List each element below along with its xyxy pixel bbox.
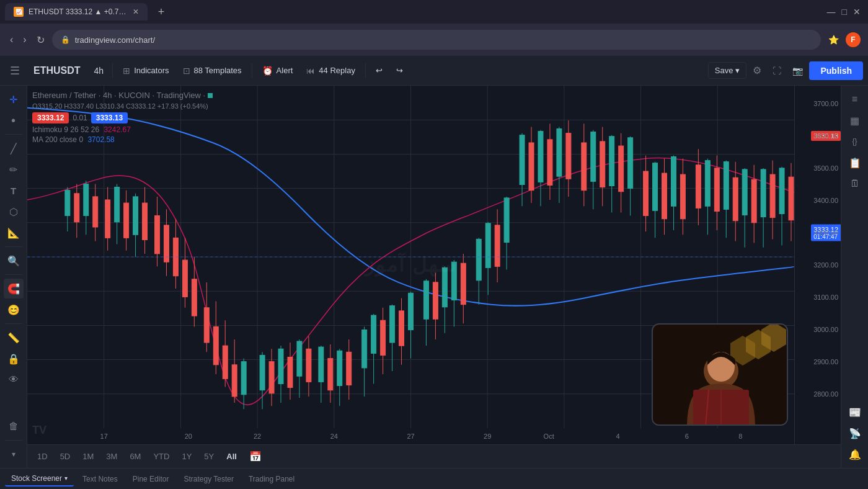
alert-btn[interactable]: ⏰ Alert (256, 63, 299, 79)
interval-selector[interactable]: 4h (89, 63, 109, 78)
ohlc-display: O3315.20 H3337.40 L3310.34 C3333.12 +17.… (32, 102, 213, 110)
emoji-tool[interactable]: 😊 (4, 300, 24, 320)
strategy-tester-tab[interactable]: Strategy Tester (177, 472, 239, 486)
redo-btn[interactable]: ↪ (390, 63, 409, 78)
layout-btn[interactable]: ▦ (845, 110, 865, 130)
new-tab-button[interactable]: + (153, 3, 170, 20)
time-1y[interactable]: 1Y (177, 449, 197, 464)
alert-icon: ⏰ (262, 66, 273, 76)
svg-rect-87 (409, 293, 414, 330)
browser-tab[interactable]: 📈 ETHUSDT 3333.12 ▲ +0.75% ✕ (5, 3, 148, 20)
price-2900: 2900.00 (813, 358, 838, 366)
ichimoku-label: Ichimoku 9 26 52 26 (32, 125, 99, 134)
ma-indicator: MA 200 close 0 3702.58 (32, 135, 213, 144)
text-notes-tab[interactable]: Text Notes (76, 472, 124, 486)
alerts-btn[interactable]: 🔔 (845, 444, 865, 464)
favicon-text: 📈 (16, 9, 22, 15)
svg-rect-103 (495, 225, 500, 266)
time-ytd[interactable]: YTD (148, 449, 174, 464)
svg-rect-133 (653, 163, 658, 211)
svg-rect-145 (714, 168, 719, 212)
measure-tool[interactable]: 📐 (4, 223, 24, 243)
trash-tool[interactable]: 🗑 (4, 416, 24, 436)
browser-actions: ⭐ F (826, 32, 861, 47)
svg-rect-85 (399, 311, 404, 346)
back-button[interactable]: ‹ (7, 32, 16, 48)
price-3200: 3200.00 (813, 261, 838, 269)
date-label-24: 24 (330, 433, 338, 440)
forward-button[interactable]: › (20, 32, 29, 48)
price-3700: 3700.00 (813, 100, 838, 107)
date-label-29: 29 (484, 433, 491, 440)
webcam-overlay (652, 323, 788, 426)
address-bar[interactable]: 🔒 tradingview.com/chart/ (52, 30, 821, 50)
undo-btn[interactable]: ↩ (370, 63, 389, 78)
price-3100: 3100.00 (813, 294, 838, 301)
time-1d[interactable]: 1D (32, 449, 53, 464)
svg-rect-109 (529, 143, 534, 191)
save-btn[interactable]: Save ▾ (708, 62, 747, 79)
trend-line-tool[interactable]: ╱ (4, 138, 24, 158)
patterns-tool[interactable]: ⬡ (4, 202, 24, 222)
crosshair-tool[interactable]: ✛ (4, 89, 24, 109)
ruler-tool[interactable]: 📏 (4, 328, 24, 348)
svg-rect-37 (155, 216, 160, 254)
signals-btn[interactable]: 📡 (845, 423, 865, 443)
time-all[interactable]: All (221, 449, 242, 464)
window-maximize-btn[interactable]: □ (842, 7, 847, 17)
templates-btn[interactable]: ⊡ 88 Templates (177, 63, 248, 79)
chart-settings-btn[interactable]: ⚙ (748, 61, 766, 79)
data-window-btn[interactable]: 📋 (845, 153, 865, 173)
svg-rect-105 (504, 198, 509, 243)
time-5d[interactable]: 5D (55, 449, 76, 464)
lock-tool[interactable]: 🔒 (4, 349, 24, 369)
stock-screener-tab[interactable]: Stock Screener ▾ (5, 472, 74, 487)
hamburger-menu[interactable]: ☰ (5, 60, 25, 81)
window-close-btn[interactable]: ✕ (853, 7, 861, 17)
calendar-btn[interactable]: 📅 (244, 448, 267, 465)
time-6m[interactable]: 6M (125, 449, 146, 464)
symbol-full: Ethereum / (32, 91, 74, 100)
text-tool[interactable]: T (4, 181, 24, 200)
ma-value: 3702.58 (87, 135, 114, 144)
calendar-right-btn[interactable]: 🗓 (845, 174, 865, 194)
symbol-selector[interactable]: ETHUSDT (26, 63, 88, 79)
pine-editor-btn[interactable]: {} (845, 132, 865, 151)
news-btn[interactable]: 📰 (845, 402, 865, 422)
time-1m[interactable]: 1M (78, 449, 99, 464)
time-5y[interactable]: 5Y (199, 449, 219, 464)
brush-tool[interactable]: ✏ (4, 159, 24, 179)
watchlist-btn[interactable]: ≡ (845, 89, 865, 109)
main-chart[interactable]: سهل آموز Ethereum / Tether · 4h · KUCOIN… (27, 86, 794, 444)
svg-rect-71 (328, 359, 333, 390)
refresh-button[interactable]: ↻ (34, 32, 47, 48)
collapse-left-btn[interactable]: ▾ (4, 444, 24, 464)
dot-tool[interactable]: • (4, 110, 24, 130)
trading-panel-tab[interactable]: Trading Panel (242, 472, 301, 486)
profile-btn[interactable]: F (846, 32, 861, 47)
snapshot-btn[interactable]: 📷 (787, 63, 808, 79)
pine-editor-tab[interactable]: Pine Editor (126, 472, 175, 486)
ichimoku-value: 3242.67 (104, 125, 130, 134)
zoom-tool[interactable]: 🔍 (4, 251, 24, 271)
stock-screener-arrow: ▾ (64, 475, 68, 482)
eye-tool[interactable]: 👁 (4, 370, 24, 390)
browser-address-bar: ‹ › ↻ 🔒 tradingview.com/chart/ ⭐ F (0, 24, 868, 56)
left-toolbar-divider-1 (5, 134, 22, 135)
magnet-tool[interactable]: 🧲 (4, 279, 24, 298)
date-axis: 17 20 22 24 27 29 Oct 4 6 8 (27, 428, 794, 444)
svg-rect-29 (115, 187, 120, 222)
svg-rect-23 (84, 184, 89, 215)
publish-btn[interactable]: Publish (809, 61, 863, 80)
replay-btn[interactable]: ⏮ 44 Replay (300, 63, 361, 79)
svg-rect-57 (260, 355, 265, 390)
webcam-video (653, 325, 787, 424)
browser-title-bar: 📈 ETHUSDT 3333.12 ▲ +0.75% ✕ + — □ ✕ (0, 0, 868, 24)
tab-close-btn[interactable]: ✕ (133, 7, 139, 16)
fullscreen-btn[interactable]: ⛶ (768, 63, 786, 79)
extensions-btn[interactable]: ⭐ (826, 32, 841, 47)
indicators-btn[interactable]: ⊞ Indicators (117, 63, 175, 79)
svg-rect-47 (204, 308, 209, 343)
time-3m[interactable]: 3M (101, 449, 122, 464)
window-minimize-btn[interactable]: — (827, 7, 836, 17)
